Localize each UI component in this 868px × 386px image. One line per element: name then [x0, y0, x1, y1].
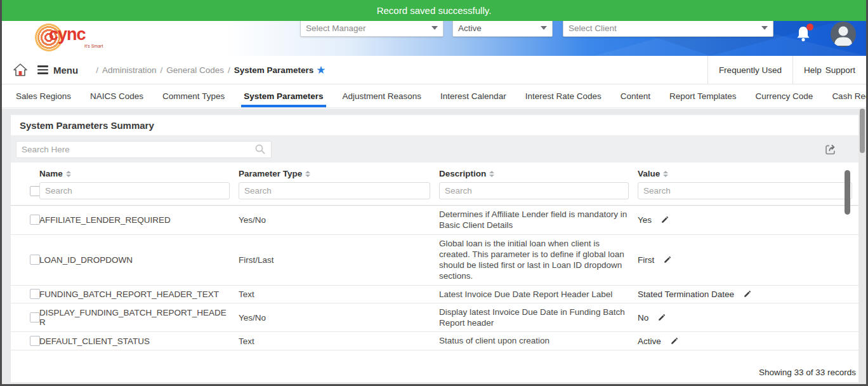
row-checkbox-cell	[11, 312, 39, 323]
home-icon[interactable]	[13, 63, 27, 77]
cell-parameter-type: Text	[239, 290, 439, 299]
table-header-row: NameParameter TypeDescriptionValue	[11, 169, 861, 178]
row-checkbox-cell	[11, 289, 39, 299]
table-filter-row	[11, 182, 861, 206]
table-row: DISPLAY_REPAYMENTAlphaNumericDisplay as …	[11, 350, 861, 354]
search-input[interactable]	[22, 145, 254, 154]
row-checkbox[interactable]	[30, 289, 40, 299]
tab-interest-calendar[interactable]: Interest Calendar	[440, 84, 506, 107]
column-header-value: Value	[638, 169, 861, 178]
select-client-value: Select Client	[569, 23, 617, 33]
row-checkbox[interactable]	[30, 215, 40, 225]
page-scrollbar-thumb[interactable]	[860, 109, 865, 153]
tab-naics-codes[interactable]: NAICS Codes	[90, 84, 143, 107]
cell-description: Display latest Invoice Due Date in Fundi…	[439, 307, 638, 329]
cync-logo[interactable]: cync It's Smart	[35, 22, 117, 54]
chevron-down-icon	[541, 26, 547, 30]
tab-currency-code[interactable]: Currency Code	[756, 84, 813, 107]
table-row: DISPLAY_FUNDING_BATCH_REPORT_HEADERYes/N…	[11, 303, 861, 333]
filter-cell-name	[39, 182, 239, 199]
row-checkbox-cell	[11, 336, 39, 346]
cell-parameter-name: DISPLAY_FUNDING_BATCH_REPORT_HEADER	[39, 308, 239, 327]
toast-banner: Record saved successfully.	[2, 0, 866, 21]
cell-value: First	[638, 255, 861, 265]
cell-description: Global loan is the initial loan when cli…	[439, 238, 638, 282]
breadcrumb-separator: /	[160, 65, 162, 75]
select-manager-dropdown[interactable]: Select Manager	[300, 19, 444, 37]
row-checkbox[interactable]	[30, 336, 40, 346]
filter-cell-parameter-type	[239, 182, 439, 199]
filter-input-parameter-type[interactable]	[239, 182, 430, 199]
table-scrollbar-thumb[interactable]	[845, 170, 850, 215]
filter-cell-description	[439, 182, 638, 199]
notification-bell-icon[interactable]	[795, 25, 813, 44]
parameters-table: NameParameter TypeDescriptionValue AFFIL…	[11, 163, 861, 354]
breadcrumb-item-general-codes[interactable]: General Codes	[166, 65, 224, 75]
edit-pencil-icon[interactable]	[661, 215, 669, 224]
row-checkbox[interactable]	[30, 312, 40, 323]
support-link[interactable]: Support	[825, 65, 855, 75]
user-avatar[interactable]	[831, 22, 856, 47]
column-label: Value	[638, 169, 660, 178]
cell-parameter-name: DEFAULT_CLIENT_STATUS	[39, 336, 239, 346]
value-text: First	[638, 255, 654, 265]
cell-parameter-type: First/Last	[239, 255, 439, 265]
app-header: cync It's Smart Select Manager Active Se…	[2, 21, 866, 56]
breadcrumb: /Administration/General Codes/System Par…	[96, 65, 313, 75]
edit-pencil-icon[interactable]	[743, 290, 752, 298]
hamburger-icon	[37, 65, 48, 74]
tab-bar: Sales RegionsNAICS CodesComment TypesSys…	[2, 84, 866, 108]
tab-cash-receipt-source-codes[interactable]: Cash Receipt Source Codes	[832, 84, 868, 107]
tab-report-templates[interactable]: Report Templates	[669, 84, 737, 107]
cell-description: Latest Invoice Due Date Report Header La…	[439, 289, 638, 300]
sort-icon[interactable]	[663, 171, 668, 177]
cell-value: Active	[638, 336, 861, 346]
status-dropdown[interactable]: Active	[452, 19, 553, 37]
column-header-description: Description	[439, 169, 638, 178]
filter-input-name[interactable]	[39, 182, 230, 199]
select-all-checkbox[interactable]	[30, 186, 40, 196]
logo-tagline: It's Smart	[84, 44, 103, 48]
breadcrumb-item-system-parameters[interactable]: System Parameters	[234, 65, 313, 75]
help-link[interactable]: Help	[804, 65, 822, 75]
menu-label: Menu	[53, 65, 78, 76]
select-all-cell	[11, 186, 39, 196]
table-rows-viewport: AFFILIATE_LENDER_REQUIREDYes/NoDetermine…	[11, 206, 861, 354]
help-support-links[interactable]: Help Support	[792, 56, 866, 84]
frequently-used-link[interactable]: Frequently Used	[707, 56, 792, 84]
menu-button[interactable]: Menu	[37, 65, 78, 76]
breadcrumb-item-administration[interactable]: Administration	[102, 65, 157, 75]
favorite-star-icon[interactable]: ★	[316, 63, 326, 77]
sort-icon[interactable]	[489, 171, 494, 177]
cell-parameter-type: Yes/No	[239, 215, 439, 225]
cell-description: Status of client upon creation	[439, 335, 638, 346]
filter-input-value[interactable]	[638, 182, 852, 199]
global-search-box[interactable]	[16, 141, 272, 158]
value-text: Yes	[638, 215, 652, 225]
tab-comment-types[interactable]: Comment Types	[162, 84, 225, 107]
edit-pencil-icon[interactable]	[657, 313, 666, 322]
edit-pencil-icon[interactable]	[663, 255, 672, 264]
export-icon[interactable]	[823, 141, 839, 157]
search-icon	[254, 143, 266, 155]
sort-icon[interactable]	[66, 171, 71, 177]
tab-content[interactable]: Content	[621, 84, 650, 107]
tab-adjustment-reasons[interactable]: Adjustment Reasons	[343, 84, 422, 107]
value-text: Stated Termination Datee	[638, 290, 734, 299]
tab-system-parameters[interactable]: System Parameters	[244, 84, 323, 107]
table-row: AFFILIATE_LENDER_REQUIREDYes/NoDetermine…	[11, 206, 861, 235]
row-checkbox[interactable]	[30, 255, 40, 265]
page-scrollbar[interactable]	[858, 109, 866, 384]
select-client-dropdown[interactable]: Select Client	[563, 19, 773, 37]
table-row: DEFAULT_CLIENT_STATUSTextStatus of clien…	[11, 332, 861, 350]
notification-badge	[806, 23, 813, 30]
tab-sales-regions[interactable]: Sales Regions	[16, 84, 71, 107]
column-label: Description	[439, 169, 486, 178]
filter-input-description[interactable]	[439, 182, 629, 199]
row-checkbox-cell	[11, 255, 39, 265]
sort-icon[interactable]	[305, 171, 310, 177]
table-toolbar	[11, 136, 861, 163]
tab-interest-rate-codes[interactable]: Interest Rate Codes	[525, 84, 602, 107]
cell-parameter-name: FUNDING_BATCH_REPORT_HEADER_TEXT	[39, 290, 239, 299]
edit-pencil-icon[interactable]	[670, 336, 679, 345]
